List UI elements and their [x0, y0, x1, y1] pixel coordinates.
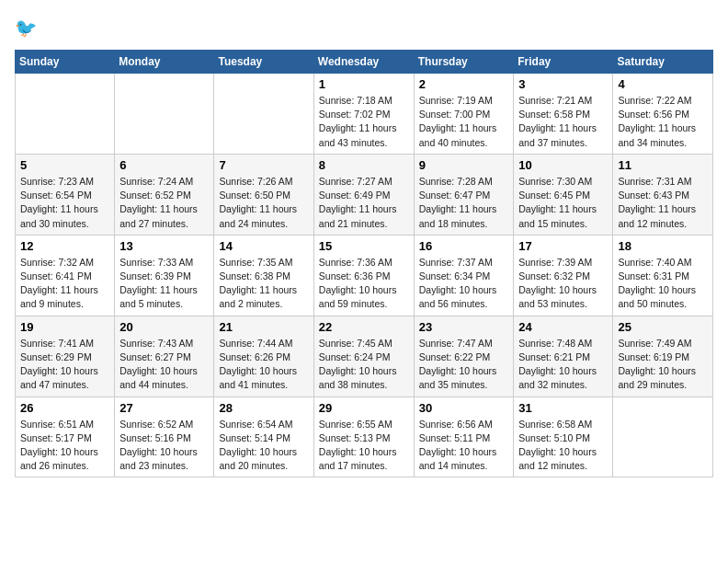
day-info: Sunrise: 7:37 AM Sunset: 6:34 PM Dayligh… — [419, 256, 509, 312]
calendar-cell: 4Sunrise: 7:22 AM Sunset: 6:56 PM Daylig… — [613, 74, 713, 155]
day-number: 26 — [20, 401, 109, 415]
day-number: 3 — [518, 77, 608, 91]
logo: 🐦 — [15, 15, 44, 40]
day-info: Sunrise: 6:55 AM Sunset: 5:13 PM Dayligh… — [319, 418, 409, 474]
day-number: 20 — [119, 320, 209, 334]
day-number: 6 — [119, 158, 209, 172]
calendar-cell: 9Sunrise: 7:28 AM Sunset: 6:47 PM Daylig… — [414, 154, 514, 235]
day-info: Sunrise: 7:21 AM Sunset: 6:58 PM Dayligh… — [518, 94, 608, 150]
calendar-cell: 2Sunrise: 7:19 AM Sunset: 7:00 PM Daylig… — [414, 74, 514, 155]
calendar-cell: 8Sunrise: 7:27 AM Sunset: 6:49 PM Daylig… — [313, 154, 414, 235]
day-number: 29 — [319, 401, 409, 415]
calendar-cell: 13Sunrise: 7:33 AM Sunset: 6:39 PM Dayli… — [115, 235, 214, 316]
calendar-header-saturday: Saturday — [613, 51, 713, 74]
calendar-cell: 10Sunrise: 7:30 AM Sunset: 6:45 PM Dayli… — [514, 154, 613, 235]
day-number: 16 — [419, 239, 509, 253]
calendar-week-row: 26Sunrise: 6:51 AM Sunset: 5:17 PM Dayli… — [16, 396, 713, 477]
day-info: Sunrise: 7:23 AM Sunset: 6:54 PM Dayligh… — [20, 175, 109, 231]
calendar-cell: 11Sunrise: 7:31 AM Sunset: 6:43 PM Dayli… — [613, 154, 713, 235]
day-number: 27 — [119, 401, 209, 415]
day-number: 2 — [419, 77, 509, 91]
day-info: Sunrise: 7:24 AM Sunset: 6:52 PM Dayligh… — [119, 175, 209, 231]
calendar-header-monday: Monday — [115, 51, 214, 74]
day-info: Sunrise: 7:48 AM Sunset: 6:21 PM Dayligh… — [518, 337, 608, 393]
day-number: 15 — [319, 239, 409, 253]
calendar-cell: 3Sunrise: 7:21 AM Sunset: 6:58 PM Daylig… — [514, 74, 613, 155]
page-header: 🐦 — [15, 15, 713, 40]
calendar-cell: 6Sunrise: 7:24 AM Sunset: 6:52 PM Daylig… — [115, 154, 214, 235]
calendar-header-tuesday: Tuesday — [214, 51, 313, 74]
calendar-cell: 30Sunrise: 6:56 AM Sunset: 5:11 PM Dayli… — [414, 396, 514, 477]
day-number: 5 — [20, 158, 109, 172]
calendar-week-row: 5Sunrise: 7:23 AM Sunset: 6:54 PM Daylig… — [16, 154, 713, 235]
calendar-cell: 31Sunrise: 6:58 AM Sunset: 5:10 PM Dayli… — [514, 396, 613, 477]
day-number: 18 — [618, 239, 708, 253]
calendar-cell: 14Sunrise: 7:35 AM Sunset: 6:38 PM Dayli… — [214, 235, 313, 316]
calendar-header-wednesday: Wednesday — [313, 51, 414, 74]
calendar-cell — [214, 74, 313, 155]
day-info: Sunrise: 6:56 AM Sunset: 5:11 PM Dayligh… — [419, 418, 509, 474]
day-info: Sunrise: 7:44 AM Sunset: 6:26 PM Dayligh… — [219, 337, 308, 393]
day-info: Sunrise: 7:41 AM Sunset: 6:29 PM Dayligh… — [20, 337, 109, 393]
day-number: 11 — [618, 158, 708, 172]
calendar-header-friday: Friday — [514, 51, 613, 74]
calendar-cell: 18Sunrise: 7:40 AM Sunset: 6:31 PM Dayli… — [613, 235, 713, 316]
calendar-header-thursday: Thursday — [414, 51, 514, 74]
calendar-cell: 28Sunrise: 6:54 AM Sunset: 5:14 PM Dayli… — [214, 396, 313, 477]
day-number: 19 — [20, 320, 109, 334]
calendar-cell: 15Sunrise: 7:36 AM Sunset: 6:36 PM Dayli… — [313, 235, 414, 316]
calendar-cell: 17Sunrise: 7:39 AM Sunset: 6:32 PM Dayli… — [514, 235, 613, 316]
calendar-week-row: 12Sunrise: 7:32 AM Sunset: 6:41 PM Dayli… — [16, 235, 713, 316]
day-number: 7 — [219, 158, 308, 172]
day-info: Sunrise: 7:32 AM Sunset: 6:41 PM Dayligh… — [20, 256, 109, 312]
calendar-cell: 22Sunrise: 7:45 AM Sunset: 6:24 PM Dayli… — [313, 316, 414, 396]
calendar-cell: 16Sunrise: 7:37 AM Sunset: 6:34 PM Dayli… — [414, 235, 514, 316]
svg-text:🐦: 🐦 — [15, 17, 38, 39]
day-info: Sunrise: 7:26 AM Sunset: 6:50 PM Dayligh… — [219, 175, 308, 231]
day-number: 21 — [219, 320, 308, 334]
day-info: Sunrise: 7:19 AM Sunset: 7:00 PM Dayligh… — [419, 94, 509, 150]
day-number: 9 — [419, 158, 509, 172]
day-number: 14 — [219, 239, 308, 253]
day-info: Sunrise: 6:54 AM Sunset: 5:14 PM Dayligh… — [219, 418, 308, 474]
day-number: 22 — [319, 320, 409, 334]
day-number: 13 — [119, 239, 209, 253]
calendar-week-row: 1Sunrise: 7:18 AM Sunset: 7:02 PM Daylig… — [16, 74, 713, 155]
day-info: Sunrise: 6:58 AM Sunset: 5:10 PM Dayligh… — [518, 418, 608, 474]
logo-icon: 🐦 — [15, 15, 40, 40]
day-info: Sunrise: 7:30 AM Sunset: 6:45 PM Dayligh… — [518, 175, 608, 231]
day-info: Sunrise: 6:51 AM Sunset: 5:17 PM Dayligh… — [20, 418, 109, 474]
calendar-cell: 12Sunrise: 7:32 AM Sunset: 6:41 PM Dayli… — [16, 235, 115, 316]
calendar-cell: 29Sunrise: 6:55 AM Sunset: 5:13 PM Dayli… — [313, 396, 414, 477]
calendar-cell: 19Sunrise: 7:41 AM Sunset: 6:29 PM Dayli… — [16, 316, 115, 396]
day-info: Sunrise: 7:49 AM Sunset: 6:19 PM Dayligh… — [618, 337, 708, 393]
day-info: Sunrise: 7:45 AM Sunset: 6:24 PM Dayligh… — [319, 337, 409, 393]
calendar-cell: 26Sunrise: 6:51 AM Sunset: 5:17 PM Dayli… — [16, 396, 115, 477]
day-number: 1 — [319, 77, 409, 91]
calendar-cell — [115, 74, 214, 155]
calendar-cell: 20Sunrise: 7:43 AM Sunset: 6:27 PM Dayli… — [115, 316, 214, 396]
day-info: Sunrise: 7:33 AM Sunset: 6:39 PM Dayligh… — [119, 256, 209, 312]
calendar-week-row: 19Sunrise: 7:41 AM Sunset: 6:29 PM Dayli… — [16, 316, 713, 396]
day-info: Sunrise: 7:22 AM Sunset: 6:56 PM Dayligh… — [618, 94, 708, 150]
day-number: 31 — [518, 401, 608, 415]
day-number: 17 — [518, 239, 608, 253]
calendar-cell: 5Sunrise: 7:23 AM Sunset: 6:54 PM Daylig… — [16, 154, 115, 235]
day-info: Sunrise: 7:39 AM Sunset: 6:32 PM Dayligh… — [518, 256, 608, 312]
calendar-cell: 25Sunrise: 7:49 AM Sunset: 6:19 PM Dayli… — [613, 316, 713, 396]
day-number: 25 — [618, 320, 708, 334]
day-info: Sunrise: 7:43 AM Sunset: 6:27 PM Dayligh… — [119, 337, 209, 393]
day-number: 12 — [20, 239, 109, 253]
calendar-cell — [613, 396, 713, 477]
day-number: 10 — [518, 158, 608, 172]
calendar-table: SundayMondayTuesdayWednesdayThursdayFrid… — [15, 50, 713, 477]
day-number: 8 — [319, 158, 409, 172]
day-number: 28 — [219, 401, 308, 415]
day-info: Sunrise: 7:47 AM Sunset: 6:22 PM Dayligh… — [419, 337, 509, 393]
day-info: Sunrise: 7:36 AM Sunset: 6:36 PM Dayligh… — [319, 256, 409, 312]
calendar-cell: 1Sunrise: 7:18 AM Sunset: 7:02 PM Daylig… — [313, 74, 414, 155]
day-info: Sunrise: 6:52 AM Sunset: 5:16 PM Dayligh… — [119, 418, 209, 474]
day-info: Sunrise: 7:35 AM Sunset: 6:38 PM Dayligh… — [219, 256, 308, 312]
calendar-cell: 23Sunrise: 7:47 AM Sunset: 6:22 PM Dayli… — [414, 316, 514, 396]
day-number: 23 — [419, 320, 509, 334]
